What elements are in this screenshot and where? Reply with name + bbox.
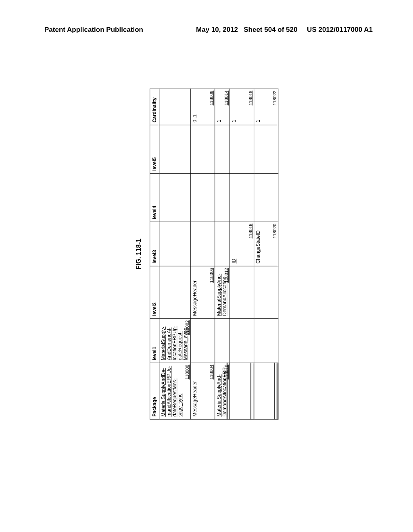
cell-level1 [215,318,229,363]
cell-level1: MaterialSupply-AndDemandAl-locationERPUp… [159,318,190,363]
header-left: Patent Application Publication [44,26,143,34]
ref-number: 118000 [185,364,190,379]
cell-level4 [159,173,190,222]
cell-cardinality: 0..1 118008 [190,89,215,125]
ref-number: 118020 [272,223,277,238]
col-header-cardinality: Cardinality [150,89,159,125]
ref-number: 118010 [223,364,228,379]
page-header: Patent Application Publication May 10, 2… [0,26,413,34]
label: MaterialSupplyAndDe-mandAllocationERPUp-… [161,365,183,416]
cell-cardinality: 1 118014 [215,89,229,125]
col-header-level2: level2 [150,266,159,318]
cell-level5 [215,125,229,173]
cell-cardinality [159,89,190,125]
label: 1 [231,91,237,122]
cell-level2 [229,266,254,318]
label: MessageHeader [192,365,198,416]
cell-level4 [229,173,254,222]
ref-number: 118008 [209,90,214,105]
label: 0..1 [192,91,198,122]
col-header-level1: level1 [150,318,159,363]
cell-level2 [159,266,190,318]
figure-title: FIG. 118-1 [135,239,142,269]
cell-cardinality: 1 118022 [254,89,278,125]
cell-level5 [159,125,190,173]
cell-level3 [159,222,190,266]
ref-number: 118018 [248,90,252,105]
rotated-content: FIG. 118-1 Package level1 level2 level3 … [135,88,278,419]
cell-level1 [190,318,215,363]
col-header-package: Package [150,363,159,419]
cell-level2: MaterialSupplyAnd-DemandAllocation 11801… [215,266,229,318]
ref-number: 118004 [209,364,214,379]
label: ChangeStateID [255,224,261,263]
cell-level1 [229,318,254,363]
cell-level3: ChangeStateID 118020 [254,222,278,266]
col-header-level4: level4 [150,173,159,222]
cell-level1 [254,318,278,363]
cell-level4 [254,173,278,222]
header-date: May 10, 2012 [196,26,238,33]
indent-stripe [250,362,254,419]
table-row: MaterialSupplyAnd-DemandAllocationERP 11… [215,89,229,419]
col-header-level3: level3 [150,222,159,266]
cell-level3: ID 118016 [229,222,254,266]
cell-level5 [229,125,254,173]
cell-package: MaterialSupplyAnd-DemandAllocationERP 11… [215,363,229,419]
label: MessageHeader [192,268,198,316]
indent-stripe [274,362,278,419]
cell-level3 [190,222,215,266]
cell-package [254,363,278,419]
cell-level4 [190,173,215,222]
header-right: May 10, 2012 Sheet 504 of 520 US 2012/01… [196,26,373,34]
table-header-row: Package level1 level2 level3 level4 leve… [150,89,159,419]
table-row: ID 118016 1 118018 [229,89,254,419]
table-row: MaterialSupplyAndDe-mandAllocationERPUp-… [159,89,190,419]
cell-package: MessageHeader 118004 [190,363,215,419]
cell-level4 [215,173,229,222]
table-row: MessageHeader 118004 MessageHeader 11800… [190,89,215,419]
header-pubno: US 2012/0117000 A1 [307,26,373,33]
cell-cardinality: 1 118018 [229,89,254,125]
cell-level2 [254,266,278,318]
ref-number: 118006 [209,268,214,283]
figure-area: FIG. 118-1 Package level1 level2 level3 … [0,73,413,435]
col-header-level5: level5 [150,125,159,173]
ref-number: 118014 [223,90,228,105]
ref-number: 118016 [248,223,252,238]
cell-level2: MessageHeader 118006 [190,266,215,318]
table-row: ChangeStateID 118020 1 118022 [254,89,278,419]
label: ID [231,224,237,263]
ref-number: 118002 [185,320,190,335]
ref-number: 118022 [272,90,277,105]
cell-package [229,363,254,419]
figure-table: Package level1 level2 level3 level4 leve… [150,88,278,419]
cell-level5 [254,125,278,173]
ref-number: 118012 [223,268,228,283]
label: 1 [217,91,222,122]
cell-package: MaterialSupplyAndDe-mandAllocationERPUp-… [159,363,190,419]
label: 1 [255,91,261,122]
cell-level3 [215,222,229,266]
header-sheet: Sheet 504 of 520 [244,26,297,33]
cell-level5 [190,125,215,173]
